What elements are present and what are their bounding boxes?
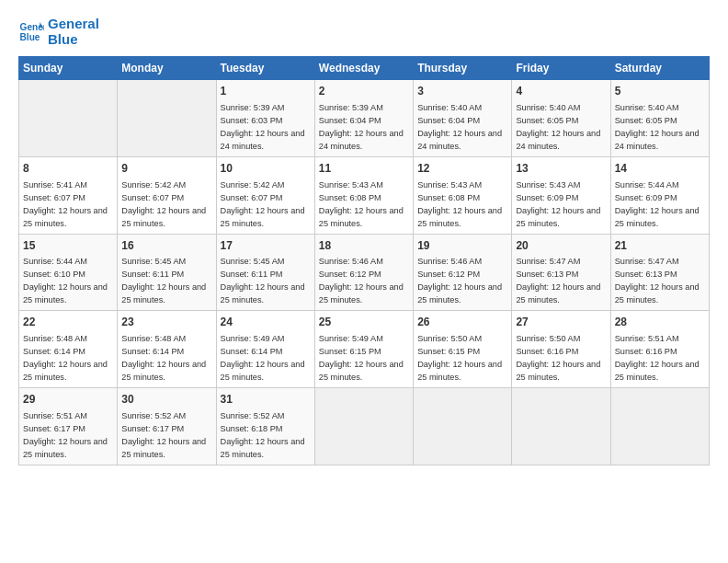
day-info: Sunrise: 5:41 AMSunset: 6:07 PMDaylight:… — [23, 180, 108, 228]
logo: General Blue General Blue — [18, 17, 99, 47]
calendar-week-row: 8Sunrise: 5:41 AMSunset: 6:07 PMDaylight… — [19, 156, 710, 234]
table-cell: 18Sunrise: 5:46 AMSunset: 6:12 PMDayligh… — [314, 234, 413, 311]
day-number: 2 — [319, 84, 409, 99]
day-info: Sunrise: 5:49 AMSunset: 6:15 PMDaylight:… — [319, 334, 404, 382]
day-number: 13 — [516, 161, 606, 177]
logo-line1: General — [48, 17, 99, 32]
day-number: 24 — [221, 315, 311, 330]
day-info: Sunrise: 5:44 AMSunset: 6:10 PMDaylight:… — [23, 257, 108, 304]
day-info: Sunrise: 5:42 AMSunset: 6:07 PMDaylight:… — [221, 180, 305, 228]
day-info: Sunrise: 5:49 AMSunset: 6:14 PMDaylight:… — [221, 334, 305, 382]
table-cell: 21Sunrise: 5:47 AMSunset: 6:13 PMDayligh… — [610, 234, 709, 311]
table-cell — [19, 80, 118, 157]
day-number: 5 — [615, 84, 705, 99]
table-cell: 22Sunrise: 5:48 AMSunset: 6:14 PMDayligh… — [19, 311, 118, 388]
page: General Blue General Blue Sunday Monday — [0, 0, 728, 475]
day-number: 22 — [23, 315, 113, 330]
col-friday: Friday — [512, 57, 610, 80]
day-info: Sunrise: 5:47 AMSunset: 6:13 PMDaylight:… — [615, 257, 700, 304]
table-cell: 23Sunrise: 5:48 AMSunset: 6:14 PMDayligh… — [118, 311, 216, 388]
table-cell: 11Sunrise: 5:43 AMSunset: 6:08 PMDayligh… — [314, 156, 413, 234]
day-info: Sunrise: 5:39 AMSunset: 6:04 PMDaylight:… — [319, 103, 404, 151]
day-number: 21 — [615, 238, 705, 254]
day-number: 27 — [516, 315, 606, 330]
day-info: Sunrise: 5:43 AMSunset: 6:08 PMDaylight:… — [319, 180, 404, 228]
table-cell — [118, 80, 216, 157]
calendar-header-row: Sunday Monday Tuesday Wednesday Thursday… — [19, 57, 710, 80]
day-info: Sunrise: 5:45 AMSunset: 6:11 PMDaylight:… — [121, 257, 206, 304]
col-sunday: Sunday — [19, 57, 118, 80]
day-info: Sunrise: 5:51 AMSunset: 6:16 PMDaylight:… — [615, 334, 700, 382]
table-cell: 9Sunrise: 5:42 AMSunset: 6:07 PMDaylight… — [118, 156, 216, 234]
day-info: Sunrise: 5:43 AMSunset: 6:08 PMDaylight:… — [417, 180, 502, 228]
calendar-week-row: 22Sunrise: 5:48 AMSunset: 6:14 PMDayligh… — [19, 311, 710, 388]
table-cell: 13Sunrise: 5:43 AMSunset: 6:09 PMDayligh… — [512, 156, 610, 234]
table-cell — [314, 388, 413, 465]
day-number: 18 — [319, 238, 409, 254]
col-wednesday: Wednesday — [314, 57, 413, 80]
day-number: 31 — [221, 392, 311, 408]
day-info: Sunrise: 5:40 AMSunset: 6:05 PMDaylight:… — [615, 103, 700, 151]
table-cell — [414, 388, 512, 465]
day-number: 19 — [417, 238, 507, 254]
logo-icon: General Blue — [18, 19, 44, 45]
calendar-week-row: 29Sunrise: 5:51 AMSunset: 6:17 PMDayligh… — [19, 388, 710, 465]
table-cell: 19Sunrise: 5:46 AMSunset: 6:12 PMDayligh… — [414, 234, 512, 311]
table-cell: 30Sunrise: 5:52 AMSunset: 6:17 PMDayligh… — [118, 388, 216, 465]
day-info: Sunrise: 5:48 AMSunset: 6:14 PMDaylight:… — [121, 334, 206, 382]
table-cell — [512, 388, 610, 465]
table-cell: 4Sunrise: 5:40 AMSunset: 6:05 PMDaylight… — [512, 80, 610, 157]
day-number: 15 — [23, 238, 113, 254]
col-saturday: Saturday — [610, 57, 709, 80]
day-info: Sunrise: 5:52 AMSunset: 6:18 PMDaylight:… — [221, 411, 305, 459]
day-info: Sunrise: 5:46 AMSunset: 6:12 PMDaylight:… — [417, 257, 502, 304]
day-info: Sunrise: 5:43 AMSunset: 6:09 PMDaylight:… — [516, 180, 600, 228]
table-cell: 15Sunrise: 5:44 AMSunset: 6:10 PMDayligh… — [19, 234, 118, 311]
day-number: 11 — [319, 161, 409, 177]
day-info: Sunrise: 5:50 AMSunset: 6:15 PMDaylight:… — [417, 334, 502, 382]
day-number: 14 — [615, 161, 705, 177]
col-monday: Monday — [118, 57, 216, 80]
table-cell: 10Sunrise: 5:42 AMSunset: 6:07 PMDayligh… — [216, 156, 314, 234]
day-number: 1 — [221, 84, 311, 99]
table-cell: 3Sunrise: 5:40 AMSunset: 6:04 PMDaylight… — [414, 80, 512, 157]
day-number: 12 — [417, 161, 507, 177]
day-number: 20 — [516, 238, 606, 254]
day-number: 23 — [121, 315, 211, 330]
day-info: Sunrise: 5:50 AMSunset: 6:16 PMDaylight:… — [516, 334, 600, 382]
day-number: 16 — [121, 238, 211, 254]
day-info: Sunrise: 5:52 AMSunset: 6:17 PMDaylight:… — [121, 411, 206, 459]
table-cell: 14Sunrise: 5:44 AMSunset: 6:09 PMDayligh… — [610, 156, 709, 234]
day-number: 30 — [121, 392, 211, 408]
header: General Blue General Blue — [18, 17, 710, 47]
day-info: Sunrise: 5:46 AMSunset: 6:12 PMDaylight:… — [319, 257, 404, 304]
day-info: Sunrise: 5:42 AMSunset: 6:07 PMDaylight:… — [121, 180, 206, 228]
day-number: 28 — [615, 315, 705, 330]
col-tuesday: Tuesday — [216, 57, 314, 80]
calendar-week-row: 15Sunrise: 5:44 AMSunset: 6:10 PMDayligh… — [19, 234, 710, 311]
table-cell: 25Sunrise: 5:49 AMSunset: 6:15 PMDayligh… — [314, 311, 413, 388]
day-info: Sunrise: 5:51 AMSunset: 6:17 PMDaylight:… — [23, 411, 108, 459]
table-cell: 20Sunrise: 5:47 AMSunset: 6:13 PMDayligh… — [512, 234, 610, 311]
day-number: 4 — [516, 84, 606, 99]
day-number: 26 — [417, 315, 507, 330]
calendar-table: Sunday Monday Tuesday Wednesday Thursday… — [18, 56, 710, 465]
logo-line2: Blue — [48, 32, 99, 48]
day-info: Sunrise: 5:45 AMSunset: 6:11 PMDaylight:… — [221, 257, 305, 304]
day-number: 29 — [23, 392, 113, 408]
table-cell: 12Sunrise: 5:43 AMSunset: 6:08 PMDayligh… — [414, 156, 512, 234]
table-cell: 17Sunrise: 5:45 AMSunset: 6:11 PMDayligh… — [216, 234, 314, 311]
table-cell: 26Sunrise: 5:50 AMSunset: 6:15 PMDayligh… — [414, 311, 512, 388]
day-info: Sunrise: 5:44 AMSunset: 6:09 PMDaylight:… — [615, 180, 700, 228]
day-info: Sunrise: 5:40 AMSunset: 6:04 PMDaylight:… — [417, 103, 502, 151]
day-info: Sunrise: 5:48 AMSunset: 6:14 PMDaylight:… — [23, 334, 108, 382]
table-cell: 8Sunrise: 5:41 AMSunset: 6:07 PMDaylight… — [19, 156, 118, 234]
svg-text:Blue: Blue — [20, 32, 40, 42]
day-number: 10 — [221, 161, 311, 177]
col-thursday: Thursday — [414, 57, 512, 80]
table-cell: 24Sunrise: 5:49 AMSunset: 6:14 PMDayligh… — [216, 311, 314, 388]
day-number: 25 — [319, 315, 409, 330]
calendar-week-row: 1Sunrise: 5:39 AMSunset: 6:03 PMDaylight… — [19, 80, 710, 157]
day-number: 17 — [221, 238, 311, 254]
table-cell: 29Sunrise: 5:51 AMSunset: 6:17 PMDayligh… — [19, 388, 118, 465]
